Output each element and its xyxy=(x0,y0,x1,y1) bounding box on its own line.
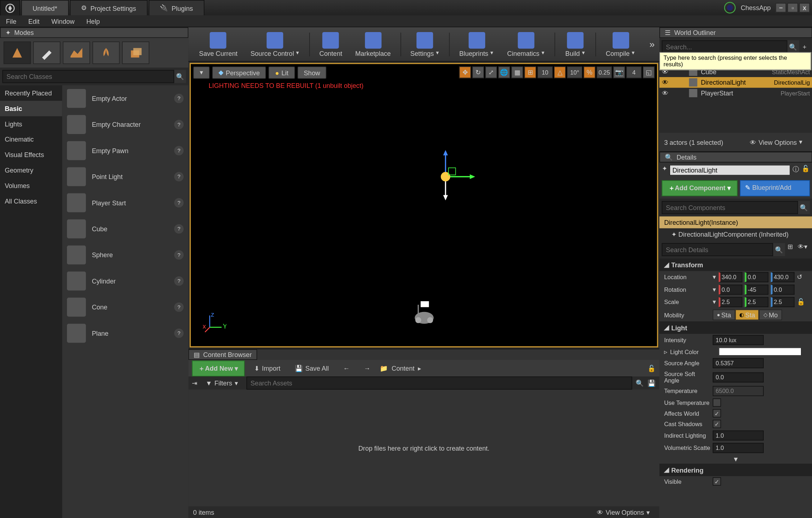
info-icon[interactable]: ? xyxy=(174,198,184,207)
search-details-input[interactable] xyxy=(662,243,773,256)
viewport-show[interactable]: Show xyxy=(297,66,327,79)
sources-toggle[interactable]: ⇥ xyxy=(192,379,197,387)
volumetric-input[interactable] xyxy=(713,443,764,453)
category-all-classes[interactable]: All Classes xyxy=(0,193,62,209)
minimize-button[interactable]: − xyxy=(776,3,786,12)
search-icon[interactable]: 🔍 xyxy=(773,243,785,256)
placeable-point-light[interactable]: Point Light? xyxy=(62,164,189,189)
viewport-perspective[interactable]: ◆Perspective xyxy=(212,66,266,79)
viewport-menu[interactable]: ▾ xyxy=(193,66,210,79)
info-icon[interactable]: ⓘ xyxy=(793,165,799,176)
placeable-empty-character[interactable]: Empty Character? xyxy=(62,111,189,137)
content-browser-tab[interactable]: ▤Content Browser xyxy=(188,349,257,360)
scale-z[interactable] xyxy=(771,297,794,307)
mode-paint[interactable] xyxy=(33,41,60,64)
breadcrumb[interactable]: 📁Content▸ xyxy=(380,364,421,372)
import-button[interactable]: ⬇Import xyxy=(249,361,285,375)
outliner-search-input[interactable] xyxy=(662,40,788,53)
visibility-icon[interactable]: 👁 xyxy=(662,90,670,97)
lock-icon[interactable]: 🔓 xyxy=(802,165,810,176)
scale-snap-value[interactable]: 0.25 xyxy=(597,66,612,78)
angle-snap-icon[interactable]: △ xyxy=(554,66,566,78)
component-row[interactable]: DirectionalLight(Instance) xyxy=(659,216,812,228)
menu-help[interactable]: Help xyxy=(81,18,106,25)
placeable-empty-actor[interactable]: Empty Actor? xyxy=(62,85,189,111)
angle-snap-value[interactable]: 10° xyxy=(567,66,582,78)
placeable-cone[interactable]: Cone? xyxy=(62,294,189,320)
info-icon[interactable]: ? xyxy=(174,172,184,181)
tool-save-current[interactable]: Save Current xyxy=(193,32,244,57)
info-icon[interactable]: ? xyxy=(174,120,184,129)
modes-tab[interactable]: ✦Modes xyxy=(0,27,188,38)
toolbar-overflow[interactable]: » xyxy=(649,39,655,50)
placeable-cube[interactable]: Cube? xyxy=(62,216,189,242)
viewport-lit[interactable]: ●Lit xyxy=(269,66,295,79)
translate-icon[interactable]: ✥ xyxy=(459,66,471,78)
tool-blueprints[interactable]: Blueprints▼ xyxy=(454,32,500,57)
placeable-sphere[interactable]: Sphere? xyxy=(62,242,189,268)
affects-world-checkbox[interactable]: ✓ xyxy=(713,409,721,417)
category-basic[interactable]: Basic xyxy=(0,101,62,116)
blueprint-button[interactable]: ✎ Blueprint/Add xyxy=(740,180,810,196)
search-icon[interactable]: 🔍 xyxy=(174,70,186,83)
temperature-input[interactable] xyxy=(713,386,764,396)
tool-settings[interactable]: Settings▼ xyxy=(404,32,446,57)
visibility-icon[interactable]: 👁 xyxy=(662,79,670,86)
property-matrix-icon[interactable]: ⊞ xyxy=(785,243,795,256)
light-color-swatch[interactable] xyxy=(719,348,802,356)
add-component-button[interactable]: ＋Add Component ▾ xyxy=(662,180,737,196)
mode-geometry[interactable] xyxy=(122,41,149,64)
transform-section[interactable]: ◢Transform xyxy=(659,259,812,271)
transform-gizmo[interactable] xyxy=(428,147,475,195)
tool-content[interactable]: Content xyxy=(313,32,348,57)
tab-level[interactable]: Untitled* xyxy=(21,0,68,15)
tool-build[interactable]: Build▼ xyxy=(559,32,592,57)
placeable-cylinder[interactable]: Cylinder? xyxy=(62,268,189,294)
category-geometry[interactable]: Geometry xyxy=(0,162,62,178)
scale-x[interactable] xyxy=(719,297,743,307)
expand-section[interactable]: ▼ xyxy=(659,454,812,464)
mobility-stationary[interactable]: ◐ Sta xyxy=(735,309,759,320)
menu-edit[interactable]: Edit xyxy=(22,18,45,25)
search-classes-input[interactable] xyxy=(3,70,174,83)
close-button[interactable]: x xyxy=(799,3,810,12)
search-icon[interactable]: 🔍 xyxy=(636,379,644,387)
maximize-button[interactable]: ▫ xyxy=(788,3,798,12)
filters-button[interactable]: ▼Filters▾ xyxy=(201,376,243,390)
rotation-y[interactable] xyxy=(745,285,768,295)
surface-snap-icon[interactable]: ▦ xyxy=(511,66,523,78)
search-icon[interactable]: 🔍 xyxy=(798,201,810,214)
cast-shadows-checkbox[interactable]: ✓ xyxy=(713,420,721,428)
indirect-input[interactable] xyxy=(713,430,764,441)
scale-icon[interactable]: ⤢ xyxy=(485,66,497,78)
rotate-icon[interactable]: ↻ xyxy=(472,66,484,78)
location-y[interactable] xyxy=(745,272,768,282)
world-icon[interactable]: 🌐 xyxy=(498,66,510,78)
intensity-input[interactable] xyxy=(713,335,764,345)
eye-icon[interactable]: 👁▾ xyxy=(795,243,810,256)
nav-back[interactable]: ← xyxy=(338,362,354,375)
tab-project-settings[interactable]: ⚙Project Settings xyxy=(70,0,148,15)
menu-file[interactable]: File xyxy=(0,18,22,25)
source-angle-input[interactable] xyxy=(713,358,764,368)
tab-plugins[interactable]: 🔌Plugins xyxy=(149,0,204,15)
scale-y[interactable] xyxy=(745,297,768,307)
category-volumes[interactable]: Volumes xyxy=(0,178,62,193)
search-components-input[interactable] xyxy=(662,201,798,214)
info-icon[interactable]: ? xyxy=(174,146,184,155)
camera-speed-icon[interactable]: 📷 xyxy=(613,66,625,78)
outliner-tab[interactable]: ☰World Outliner xyxy=(659,27,812,38)
mode-place[interactable] xyxy=(4,41,31,64)
visible-checkbox[interactable]: ✓ xyxy=(713,477,721,486)
info-icon[interactable]: ? xyxy=(174,224,184,233)
tool-compile[interactable]: Compile▼ xyxy=(600,32,641,57)
placeable-player-start[interactable]: Player Start? xyxy=(62,190,189,216)
grid-snap-icon[interactable]: ⊞ xyxy=(524,66,536,78)
maximize-viewport-icon[interactable]: ◱ xyxy=(643,66,655,78)
actor-name-input[interactable] xyxy=(669,165,790,176)
mobility-static[interactable]: ● Sta xyxy=(713,309,735,320)
player-start-actor[interactable] xyxy=(410,299,439,329)
search-icon[interactable]: 🔍 xyxy=(788,40,799,53)
tool-cinematics[interactable]: Cinematics▼ xyxy=(501,32,551,57)
search-assets-input[interactable] xyxy=(246,376,632,389)
